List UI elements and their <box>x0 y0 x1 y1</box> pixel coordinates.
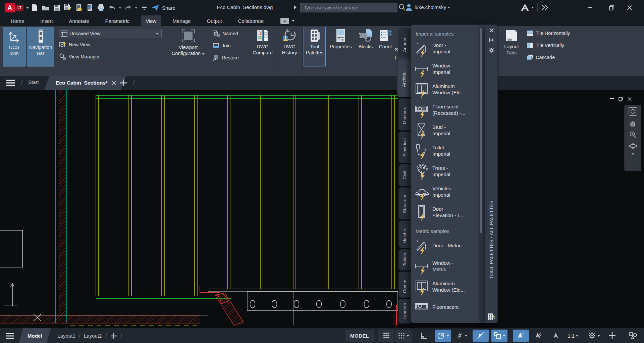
palette-properties-icon[interactable] <box>489 48 494 53</box>
layout-tabs-button[interactable]: LayoutTabs <box>498 27 525 66</box>
view-dropdown[interactable]: Unsaved View <box>58 29 162 38</box>
app-menu-caret-icon[interactable] <box>26 7 29 9</box>
palette-item-door-imperial[interactable]: Door -Imperial <box>411 38 485 58</box>
viewport-configuration-button[interactable]: Viewport Configuration <box>168 27 209 66</box>
palette-icon[interactable] <box>487 313 496 321</box>
search-input[interactable] <box>300 3 397 12</box>
viewport-close-icon[interactable] <box>628 97 632 101</box>
otrack-dropdown-caret-icon[interactable] <box>465 335 468 337</box>
palette-tab-structural[interactable]: Structural <box>398 187 411 219</box>
viewport-restore-icon[interactable] <box>619 97 623 101</box>
search-expand-icon[interactable] <box>294 5 297 10</box>
palette-item-trees-imperial[interactable]: Trees -Imperial <box>411 161 485 181</box>
view-manager-button[interactable]: View Manager <box>59 53 100 60</box>
ortho-mode-button[interactable] <box>416 330 432 342</box>
new-drawing-tab-icon[interactable] <box>119 79 127 87</box>
polar-dropdown-caret-icon[interactable] <box>446 335 449 337</box>
plot-icon[interactable] <box>97 3 105 12</box>
new-view-button[interactable]: New View <box>59 41 90 48</box>
current-scale-button[interactable]: 1:1 <box>565 330 581 342</box>
save-icon[interactable] <box>52 3 61 12</box>
undo-icon[interactable] <box>108 3 116 12</box>
palette-item-door-metric[interactable]: Door - Metric <box>411 235 485 256</box>
join-viewports-button[interactable]: Join <box>213 42 231 49</box>
model-tab[interactable]: Model <box>19 328 51 343</box>
palette-scrollbar-thumb[interactable] <box>480 28 482 233</box>
tab-insert[interactable]: Insert <box>36 15 58 26</box>
dynamic-input-button[interactable] <box>491 330 507 342</box>
minimize-button[interactable] <box>585 3 595 13</box>
file-tab-menu-icon[interactable] <box>6 80 15 86</box>
palette-item-aluminum-window[interactable]: AluminumWindow (Ele... <box>411 79 485 99</box>
workspace-switching-button[interactable] <box>586 330 602 342</box>
tool-palettes-button[interactable]: ToolPalettes <box>304 27 326 66</box>
snap-mode-button[interactable] <box>395 330 412 342</box>
navigation-wheel-icon[interactable] <box>629 107 637 116</box>
viewport-minimize-icon[interactable] <box>610 98 614 99</box>
close-drawing-tab-icon[interactable] <box>112 81 116 85</box>
dwg-compare-button[interactable]: DWGCompare <box>251 27 274 66</box>
tab-collaborate[interactable]: Collaborate <box>233 15 269 26</box>
palette-tab-civil[interactable]: Civil <box>398 164 411 186</box>
properties-palette-button[interactable]: Properties <box>326 27 356 66</box>
ribbon-collapse-caret-icon[interactable] <box>292 20 294 22</box>
pan-hand-icon[interactable] <box>629 119 637 127</box>
ribbon-collapse-button[interactable] <box>280 18 289 24</box>
user-avatar-icon[interactable] <box>405 3 413 11</box>
palette-item-window-imperial[interactable]: Window -Imperial <box>411 58 485 79</box>
tab-home[interactable]: Home <box>6 15 29 26</box>
palette-tab-hatches[interactable]: Hatche... <box>398 220 411 248</box>
grid-display-button[interactable] <box>378 330 394 342</box>
palette-item-aluminum-window-metric[interactable]: AluminumWindow (Ele... <box>411 276 485 297</box>
palette-item-vehicles-imperial[interactable]: Vehicles -Imperial <box>411 181 485 202</box>
layout2-tab[interactable]: Layout2 <box>80 328 105 343</box>
share-icon[interactable] <box>151 3 160 12</box>
restore-viewports-button[interactable]: Restore <box>213 54 239 61</box>
blocks-palette-button[interactable]: Blocks <box>356 27 376 66</box>
palette-close-icon[interactable] <box>489 28 494 33</box>
layout-menu-icon[interactable] <box>5 333 14 339</box>
navigation-bar-toggle-button[interactable]: NavigationBar <box>27 27 54 66</box>
tab-output[interactable]: Output <box>202 15 227 26</box>
palette-title-strip[interactable]: TOOL PALETTES - ALL PALETTES <box>485 24 498 323</box>
layout1-tab[interactable]: Layout1 <box>54 328 78 343</box>
palette-tab-electrical[interactable]: Electrical <box>398 132 411 163</box>
ucs-icon-toggle-button[interactable]: UCSIcon <box>3 27 25 66</box>
palette-autohide-icon[interactable] <box>489 38 494 42</box>
palette-tab-command-tools[interactable]: Comm... <box>398 272 411 298</box>
share-label[interactable]: Share <box>162 5 175 11</box>
save-to-web-mobile-icon[interactable] <box>86 3 94 12</box>
workspace-caret-icon[interactable] <box>597 335 600 337</box>
autoscale-button[interactable] <box>530 330 546 342</box>
tab-annotate[interactable]: Annotate <box>64 15 94 26</box>
named-viewports-button[interactable]: Named <box>213 30 238 37</box>
palette-item-fluorescent-recessed[interactable]: Fluorescent(Recessed) -... <box>411 99 485 120</box>
tile-vertically-button[interactable]: Tile Vertically <box>527 42 564 48</box>
more-toolbar-icon[interactable] <box>541 5 549 10</box>
start-tab[interactable]: Start <box>28 79 39 85</box>
cascade-button[interactable]: Cascade <box>527 54 555 60</box>
zoom-icon[interactable] <box>629 131 637 139</box>
count-palette-button[interactable]: Count <box>376 27 395 66</box>
object-snap-tracking-button[interactable] <box>454 330 470 342</box>
palette-item-fluorescent-metric[interactable]: Fluorescent <box>411 297 485 317</box>
tab-parametric[interactable]: Parametric <box>101 15 135 26</box>
autodesk-logo-icon[interactable] <box>521 3 529 11</box>
snap-dropdown-caret-icon[interactable] <box>407 335 409 337</box>
palette-item-toilet-imperial[interactable]: Toilet -Imperial <box>411 140 485 161</box>
annotation-scale-icon-button[interactable] <box>548 330 564 342</box>
undo-dropdown-caret-icon[interactable] <box>119 7 121 9</box>
customize-qat-icon[interactable] <box>140 3 149 12</box>
redo-dropdown-caret-icon[interactable] <box>135 7 138 9</box>
polar-tracking-button[interactable] <box>435 330 451 342</box>
signed-in-user[interactable]: luke.cholmsky <box>415 4 446 10</box>
open-folder-icon[interactable] <box>41 3 50 12</box>
palette-item-stud-imperial[interactable]: Stud -Imperial <box>411 120 485 140</box>
palette-tab-mechanical[interactable]: Mechan... <box>398 98 411 131</box>
restore-button[interactable] <box>606 3 616 13</box>
palette-item-window-metric[interactable]: Window -Metric <box>411 256 485 276</box>
new-layout-icon[interactable] <box>110 333 117 339</box>
annotation-visibility-button[interactable] <box>513 330 529 342</box>
palette-tab-tables[interactable]: Tables <box>398 249 411 271</box>
navbar-more-caret-icon[interactable] <box>632 153 634 155</box>
